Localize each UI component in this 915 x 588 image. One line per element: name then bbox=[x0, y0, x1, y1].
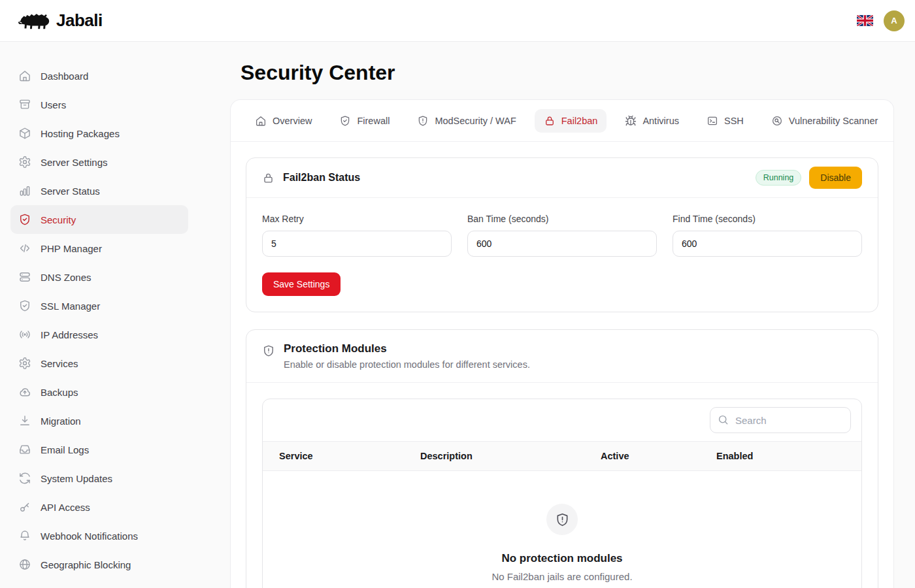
sidebar-item-users[interactable]: Users bbox=[10, 90, 188, 119]
sidebar-item-label: Dashboard bbox=[41, 71, 88, 82]
sidebar-item-label: Server Status bbox=[41, 186, 100, 197]
sidebar-item-api-access[interactable]: API Access bbox=[10, 493, 188, 521]
save-settings-button[interactable]: Save Settings bbox=[262, 272, 341, 296]
shield-check-icon bbox=[18, 213, 31, 226]
protection-modules-table-card: Service Description Active Enabled No pr… bbox=[262, 399, 862, 588]
user-avatar[interactable]: A bbox=[884, 10, 905, 31]
archive-icon bbox=[18, 98, 31, 111]
search-input[interactable] bbox=[710, 407, 851, 433]
search-box bbox=[710, 407, 851, 433]
sidebar-item-label: Webhook Notifications bbox=[41, 531, 138, 542]
sidebar-item-ssl-manager[interactable]: SSL Manager bbox=[10, 291, 188, 320]
tab-firewall[interactable]: Firewall bbox=[330, 109, 399, 133]
lock-icon bbox=[544, 115, 556, 127]
sidebar-item-label: Security bbox=[41, 214, 76, 225]
tab-vulnerability-scanner[interactable]: Vulnerability Scanner bbox=[762, 109, 887, 133]
top-header: Jabali A bbox=[0, 0, 915, 42]
sidebar-item-email-logs[interactable]: Email Logs bbox=[10, 435, 188, 464]
tab-label: Antivirus bbox=[642, 116, 679, 126]
ban-time-field-group: Ban Time (seconds) bbox=[467, 214, 657, 257]
uk-flag-icon bbox=[857, 15, 873, 26]
home-icon bbox=[18, 69, 31, 82]
tab-antivirus[interactable]: Antivirus bbox=[616, 109, 688, 133]
ban-time-label: Ban Time (seconds) bbox=[467, 214, 657, 224]
ban-time-input[interactable] bbox=[467, 231, 657, 257]
sidebar-item-webhook-notifications[interactable]: Webhook Notifications bbox=[10, 521, 188, 550]
sidebar-item-ip-addresses[interactable]: IP Addresses bbox=[10, 320, 188, 349]
find-time-label: Find Time (seconds) bbox=[673, 214, 862, 224]
security-panel: Overview Firewall ModSecurity / WAF Fail… bbox=[230, 99, 894, 588]
disable-button[interactable]: Disable bbox=[809, 167, 862, 189]
sidebar-item-label: Migration bbox=[41, 416, 81, 427]
page-title: Security Center bbox=[241, 61, 894, 85]
find-time-field-group: Find Time (seconds) bbox=[673, 214, 862, 257]
inbox-icon bbox=[18, 443, 31, 456]
shield-check-icon bbox=[339, 115, 351, 127]
shield-alert-icon bbox=[262, 344, 275, 357]
globe-icon bbox=[18, 558, 31, 571]
column-header-service: Service bbox=[263, 451, 404, 461]
tab-ssh[interactable]: SSH bbox=[697, 109, 753, 133]
shield-alert-icon bbox=[555, 512, 570, 527]
sidebar-item-label: Hosting Packages bbox=[41, 128, 120, 139]
download-icon bbox=[18, 414, 31, 427]
brand-logo[interactable]: Jabali bbox=[17, 10, 103, 32]
sidebar-item-label: Services bbox=[41, 358, 78, 369]
sidebar-item-dns-zones[interactable]: DNS Zones bbox=[10, 263, 188, 291]
tab-modsecurity-waf[interactable]: ModSecurity / WAF bbox=[408, 109, 525, 133]
package-icon bbox=[18, 127, 31, 140]
sidebar-item-services[interactable]: Services bbox=[10, 349, 188, 378]
sidebar-item-security[interactable]: Security bbox=[10, 205, 188, 234]
sidebar-item-label: PHP Manager bbox=[41, 243, 102, 254]
sidebar-item-server-settings[interactable]: Server Settings bbox=[10, 148, 188, 176]
tab-overview[interactable]: Overview bbox=[246, 109, 321, 133]
server-stack-icon bbox=[18, 270, 31, 284]
empty-state: No protection modules No Fail2ban jails … bbox=[263, 471, 861, 588]
max-retry-field-group: Max Retry bbox=[262, 214, 452, 257]
protection-card-description: Enable or disable protection modules for… bbox=[284, 359, 530, 370]
sidebar-item-label: Backups bbox=[41, 387, 78, 398]
main-content: Security Center Overview Firewall ModSec… bbox=[230, 0, 915, 588]
sidebar-item-system-updates[interactable]: System Updates bbox=[10, 464, 188, 493]
max-retry-input[interactable] bbox=[262, 231, 452, 257]
sidebar-item-label: IP Addresses bbox=[41, 329, 98, 340]
empty-state-icon-circle bbox=[546, 504, 578, 535]
security-tabs: Overview Firewall ModSecurity / WAF Fail… bbox=[231, 100, 893, 142]
bug-icon bbox=[625, 115, 637, 127]
lock-icon bbox=[262, 172, 274, 184]
shield-check-icon bbox=[18, 299, 31, 312]
sidebar-item-label: Geographic Blocking bbox=[41, 559, 131, 570]
sidebar-item-migration[interactable]: Migration bbox=[10, 406, 188, 435]
sidebar-item-dashboard[interactable]: Dashboard bbox=[10, 61, 188, 90]
bell-icon bbox=[18, 529, 31, 542]
sidebar-item-geographic-blocking[interactable]: Geographic Blocking bbox=[10, 550, 188, 579]
tab-fail2ban[interactable]: Fail2ban bbox=[535, 109, 607, 133]
radio-icon bbox=[18, 328, 31, 341]
tab-content: Fail2ban Status Running Disable Max Retr… bbox=[231, 142, 893, 588]
protection-card-header: Protection Modules Enable or disable pro… bbox=[246, 330, 878, 383]
avatar-initial: A bbox=[891, 16, 897, 25]
protection-card-title: Protection Modules bbox=[284, 342, 530, 355]
language-flag-button[interactable] bbox=[857, 15, 873, 26]
tab-label: Fail2ban bbox=[561, 116, 598, 126]
sidebar-item-hosting-packages[interactable]: Hosting Packages bbox=[10, 119, 188, 148]
scan-search-icon bbox=[771, 115, 783, 127]
sidebar-item-backups[interactable]: Backups bbox=[10, 378, 188, 406]
home-icon bbox=[255, 115, 267, 127]
table-header-row: Service Description Active Enabled bbox=[263, 441, 861, 471]
find-time-input[interactable] bbox=[673, 231, 862, 257]
fail2ban-card-header: Fail2ban Status Running Disable bbox=[246, 158, 878, 198]
column-header-enabled: Enabled bbox=[700, 451, 861, 461]
sidebar-item-server-status[interactable]: Server Status bbox=[10, 176, 188, 205]
empty-state-message: No Fail2ban jails are configured. bbox=[491, 571, 632, 582]
tab-label: ModSecurity / WAF bbox=[435, 116, 516, 126]
brand-name: Jabali bbox=[56, 10, 103, 31]
column-header-description: Description bbox=[404, 451, 584, 461]
shield-alert-icon bbox=[417, 115, 429, 127]
sidebar-item-php-manager[interactable]: PHP Manager bbox=[10, 234, 188, 263]
sidebar-item-label: API Access bbox=[41, 502, 90, 513]
code-icon bbox=[18, 242, 31, 255]
boar-icon bbox=[17, 10, 52, 32]
tab-label: Firewall bbox=[357, 116, 390, 126]
max-retry-label: Max Retry bbox=[262, 214, 452, 224]
